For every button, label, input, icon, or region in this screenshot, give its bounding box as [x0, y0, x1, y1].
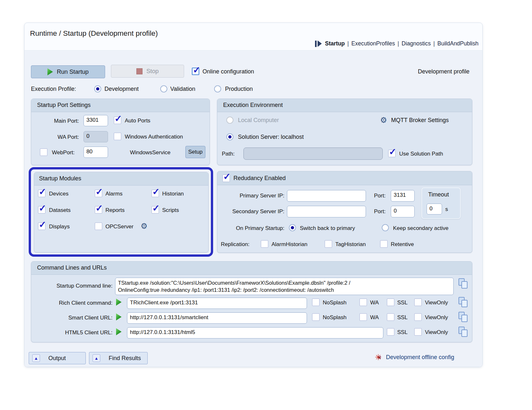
keep-secondary-active-radio[interactable]	[382, 224, 389, 231]
rich-nosplash-label: NoSplash	[323, 300, 347, 306]
secondary-port-label: Port:	[374, 208, 386, 215]
datasets-checkbox[interactable]	[38, 206, 45, 214]
smart-wa-label: WA	[370, 314, 379, 321]
tab-startup[interactable]: Startup	[325, 40, 345, 47]
timeout-input[interactable]: 0	[427, 204, 442, 215]
development-profile-label: Development profile	[418, 68, 469, 75]
webport-input[interactable]: 80	[84, 147, 108, 158]
primary-port-input[interactable]: 3131	[391, 190, 415, 202]
historian-label: Historian	[162, 191, 184, 197]
run-html5-client-icon[interactable]	[116, 328, 122, 335]
solution-server-radio[interactable]	[226, 133, 233, 140]
run-startup-label: Run Startup	[57, 68, 89, 75]
rich-viewonly-checkbox[interactable]	[414, 299, 422, 306]
redundancy-enabled-label: Redudancy Enabled	[233, 175, 286, 182]
startup-modules-title: Startup Modules	[39, 175, 81, 182]
primary-port-label: Port:	[374, 193, 386, 199]
alarmhistorian-checkbox[interactable]	[261, 240, 268, 248]
html5-viewonly-checkbox[interactable]	[414, 328, 422, 336]
scripts-label: Scripts	[162, 207, 179, 214]
webport-checkbox[interactable]	[40, 148, 47, 156]
devices-checkbox[interactable]	[38, 190, 45, 197]
offline-config-label[interactable]: Development offline config	[386, 354, 454, 361]
local-computer-radio[interactable]	[226, 117, 233, 124]
output-button[interactable]: ▲ Output	[29, 352, 86, 364]
breadcrumb: Startup | ExecutionProfiles | Diagnostic…	[315, 40, 478, 47]
opcserver-label: OPCServer	[105, 224, 133, 230]
tab-executionprofiles[interactable]: ExecutionProfiles	[351, 40, 395, 47]
profile-production-label: Production	[225, 86, 253, 92]
online-configuration-checkbox[interactable]	[192, 68, 199, 75]
copy-html5-client-icon[interactable]	[458, 327, 468, 337]
copy-smart-client-icon[interactable]	[458, 312, 468, 322]
devices-label: Devices	[49, 191, 68, 197]
page-title: Runtime / Startup (Development profile)	[30, 29, 158, 38]
historian-checkbox[interactable]	[152, 190, 159, 197]
stop-icon	[136, 68, 143, 74]
displays-checkbox[interactable]	[38, 223, 45, 230]
datasets-label: Datasets	[49, 207, 71, 214]
smart-client-url-input[interactable]: http://127.0.0.1:3131/smartclient	[127, 312, 307, 324]
main-port-input[interactable]: 3301	[84, 115, 108, 126]
secondary-port-input[interactable]: 0	[391, 206, 415, 217]
secondary-server-ip-input[interactable]	[287, 206, 366, 217]
run-smart-client-icon[interactable]	[116, 313, 122, 320]
use-solution-path-checkbox[interactable]	[388, 150, 396, 157]
primary-server-ip-label: Primary Server IP:	[220, 193, 284, 199]
windows-authentication-checkbox[interactable]	[114, 133, 121, 140]
smart-viewonly-label: ViewOnly	[425, 314, 448, 321]
profile-development-radio[interactable]	[94, 85, 101, 92]
keep-secondary-active-label: Keep secondary active	[393, 225, 448, 232]
timeout-label: Timeout	[428, 191, 449, 198]
profile-production-radio[interactable]	[214, 85, 221, 92]
html5-client-url-input[interactable]: http://127.0.0.1:3131/html5	[127, 327, 383, 338]
startup-nav-icon	[315, 41, 322, 47]
tab-buildandpublish[interactable]: BuildAndPublish	[438, 40, 478, 47]
opcserver-gear-icon[interactable]: ⚙	[141, 222, 148, 230]
taghistorian-checkbox[interactable]	[325, 240, 332, 248]
find-results-button[interactable]: ▲ Find Results	[89, 352, 148, 364]
windows-service-setup-button[interactable]: Setup	[185, 146, 205, 158]
reports-checkbox[interactable]	[95, 206, 102, 214]
smart-ssl-checkbox[interactable]	[387, 313, 394, 321]
startup-command-line-input[interactable]: TStartup.exe /solution:"C:\Users\User\Do…	[115, 278, 454, 295]
profile-validation-label: Validation	[170, 86, 195, 92]
retentive-checkbox[interactable]	[380, 240, 388, 248]
tab-diagnostics[interactable]: Diagnostics	[402, 40, 431, 47]
redundancy-enabled-checkbox[interactable]	[222, 175, 230, 182]
primary-server-ip-input[interactable]	[287, 190, 366, 202]
stop-label: Stop	[146, 68, 159, 75]
alarms-checkbox[interactable]	[95, 190, 102, 197]
smart-nosplash-checkbox[interactable]	[312, 313, 320, 321]
run-startup-button[interactable]: Run Startup	[31, 65, 105, 78]
timeout-box: Timeout 0 s	[421, 187, 461, 219]
opcserver-checkbox[interactable]	[95, 223, 102, 230]
smart-ssl-label: SSL	[397, 314, 408, 321]
redundancy-header: Redudancy Enabled	[217, 171, 472, 185]
profile-validation-radio[interactable]	[160, 85, 167, 92]
scripts-checkbox[interactable]	[152, 206, 159, 214]
execution-profile-label: Execution Profile:	[31, 86, 76, 92]
run-rich-client-icon[interactable]	[116, 299, 122, 306]
smart-viewonly-checkbox[interactable]	[414, 313, 422, 321]
switch-back-to-primary-radio[interactable]	[289, 224, 296, 231]
nav-separator: |	[398, 40, 399, 47]
rich-nosplash-checkbox[interactable]	[312, 299, 320, 306]
rich-client-command-input[interactable]: TRichClient.exe /port1:3131	[127, 298, 307, 309]
rich-client-command-label: Rich Client command:	[34, 300, 113, 306]
mqtt-gear-icon[interactable]: ⚙	[380, 116, 387, 124]
smart-wa-checkbox[interactable]	[360, 313, 367, 321]
copy-rich-client-icon[interactable]	[458, 297, 468, 307]
execution-environment-panel: Execution Environment Local Computer ⚙ M…	[217, 99, 472, 165]
path-input	[243, 148, 383, 160]
mqtt-broker-settings-label[interactable]: MQTT Broker Settings	[391, 117, 449, 124]
copy-startup-command-icon[interactable]	[458, 278, 468, 289]
startup-port-settings-header: Startup Port Settings	[31, 99, 210, 112]
rich-ssl-checkbox[interactable]	[387, 299, 394, 306]
stop-button[interactable]: Stop	[111, 65, 184, 78]
html5-ssl-checkbox[interactable]	[387, 328, 394, 336]
main-port-label: Main Port:	[34, 118, 79, 124]
startup-port-settings-title: Startup Port Settings	[37, 102, 91, 109]
rich-wa-checkbox[interactable]	[360, 299, 367, 306]
auto-ports-checkbox[interactable]	[114, 117, 121, 124]
